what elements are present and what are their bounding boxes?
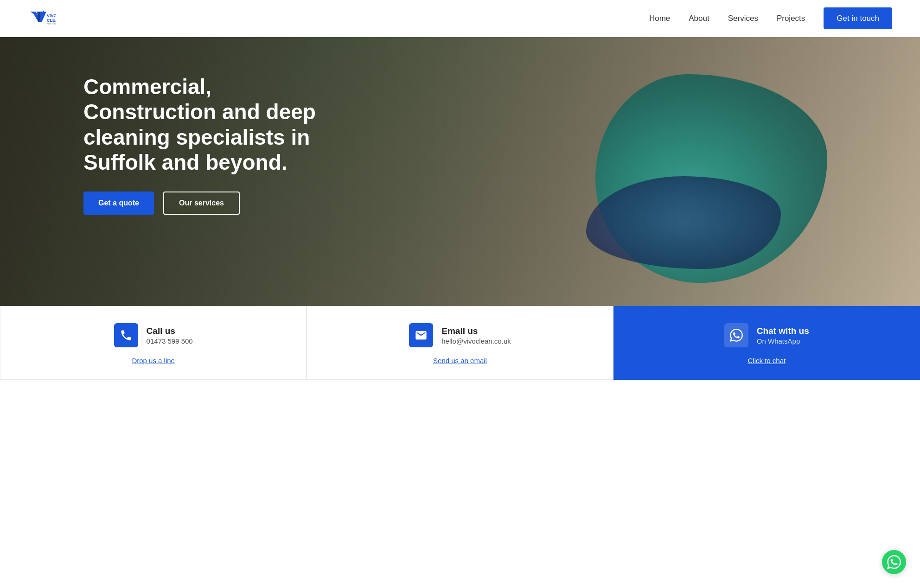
svg-point-4 bbox=[43, 11, 44, 12]
email-icon bbox=[415, 329, 428, 342]
nav-item-home[interactable]: Home bbox=[649, 14, 670, 23]
contact-chat-info: Chat with us On WhatsApp bbox=[757, 326, 809, 345]
our-services-button[interactable]: Our services bbox=[163, 192, 240, 215]
svg-text:PART OF THE VIVO GROUP: PART OF THE VIVO GROUP bbox=[47, 23, 56, 25]
send-email-button[interactable]: Send us an email bbox=[433, 357, 487, 364]
logo[interactable]: VIVO CLEAN PART OF THE VIVO GROUP bbox=[28, 5, 56, 32]
nav-item-about[interactable]: About bbox=[689, 14, 709, 23]
contact-call-title: Call us bbox=[147, 326, 193, 336]
email-icon-box bbox=[409, 323, 433, 347]
contact-card-email: Email us hello@vivoclean.co.uk Send us a… bbox=[307, 306, 613, 380]
contact-email-info: Email us hello@vivoclean.co.uk bbox=[441, 326, 511, 345]
nav-item-services[interactable]: Services bbox=[728, 14, 758, 23]
navbar: VIVO CLEAN PART OF THE VIVO GROUP Home A… bbox=[0, 0, 920, 37]
phone-icon bbox=[120, 329, 133, 342]
whatsapp-icon-box bbox=[724, 323, 748, 347]
hero-content: Commercial, Construction and deep cleani… bbox=[0, 37, 325, 215]
click-to-chat-button[interactable]: Click to chat bbox=[748, 357, 786, 364]
contact-chat-platform: On WhatsApp bbox=[757, 337, 809, 345]
nav-cta[interactable]: Get in touch bbox=[824, 14, 892, 23]
contact-call-row: Call us 01473 599 500 bbox=[114, 323, 193, 347]
nav-item-projects[interactable]: Projects bbox=[777, 14, 805, 23]
contact-email-row: Email us hello@vivoclean.co.uk bbox=[409, 323, 511, 347]
contact-chat-title: Chat with us bbox=[757, 326, 809, 336]
phone-icon-box bbox=[114, 323, 138, 347]
contact-card-chat: Chat with us On WhatsApp Click to chat bbox=[613, 306, 920, 380]
contact-email-address: hello@vivoclean.co.uk bbox=[441, 337, 511, 345]
contact-bar: Call us 01473 599 500 Drop us a line Ema… bbox=[0, 306, 920, 380]
get-quote-button[interactable]: Get a quote bbox=[83, 192, 154, 215]
contact-call-number: 01473 599 500 bbox=[147, 337, 193, 345]
contact-chat-row: Chat with us On WhatsApp bbox=[724, 323, 809, 347]
hero-section: Commercial, Construction and deep cleani… bbox=[0, 37, 920, 306]
hero-title: Commercial, Construction and deep cleani… bbox=[83, 74, 325, 175]
svg-text:VIVO: VIVO bbox=[47, 13, 56, 18]
svg-point-5 bbox=[45, 12, 46, 13]
svg-text:CLEAN: CLEAN bbox=[47, 18, 56, 22]
svg-point-3 bbox=[40, 11, 42, 13]
contact-email-title: Email us bbox=[441, 326, 511, 336]
drop-us-line-button[interactable]: Drop us a line bbox=[132, 357, 175, 364]
contact-call-info: Call us 01473 599 500 bbox=[147, 326, 193, 345]
nav-links: Home About Services Projects Get in touc… bbox=[649, 14, 892, 23]
whatsapp-icon bbox=[730, 329, 743, 342]
contact-card-call: Call us 01473 599 500 Drop us a line bbox=[0, 306, 307, 380]
hero-buttons: Get a quote Our services bbox=[83, 192, 325, 215]
